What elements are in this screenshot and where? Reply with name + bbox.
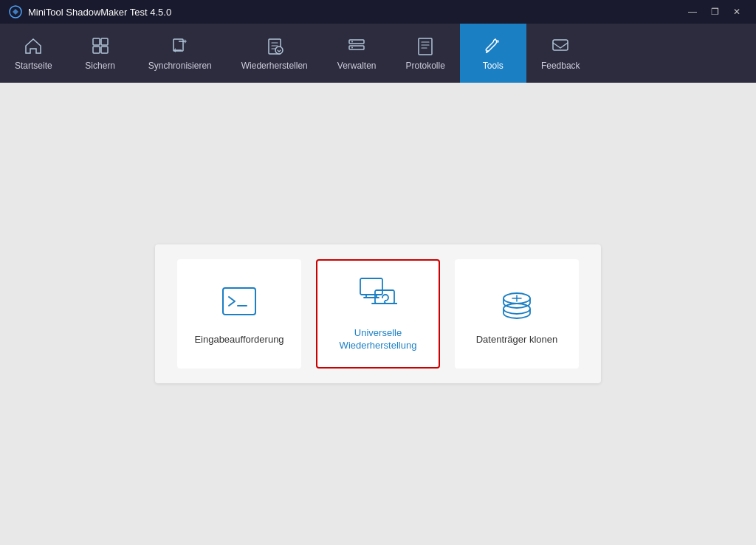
nav-item-protokolle[interactable]: Protokolle [391,24,460,83]
app-title: MiniTool ShadowMaker Test 4.5.0 [28,7,682,18]
nav-label-feedback: Feedback [541,61,580,71]
nav-item-sichern[interactable]: Sichern [67,24,134,83]
svg-rect-16 [360,278,382,295]
window-controls: — ❐ ✕ [682,4,747,19]
tool-card-universelle-wiederherstellung[interactable]: Universelle Wiederherstellung [316,259,440,369]
tool-card-label-eingabeaufforderung: Eingabeaufforderung [194,334,284,346]
svg-point-11 [351,47,353,49]
svg-point-7 [275,47,283,54]
home-icon [23,35,44,56]
svg-point-10 [351,41,353,43]
maximize-button[interactable]: ❐ [704,4,725,19]
nav-label-verwalten: Verwalten [337,61,377,71]
restore-icon [264,35,285,56]
app-logo [9,5,22,18]
tool-card-label-universelle-wiederherstellung: Universelle Wiederherstellung [317,327,439,352]
nav-label-tools: Tools [483,61,504,71]
svg-rect-2 [101,38,108,45]
feedback-icon [550,35,571,56]
log-icon [415,35,436,56]
close-button[interactable]: ✕ [726,4,747,19]
backup-icon [90,35,111,56]
tool-card-eingabeaufforderung[interactable]: Eingabeaufforderung [177,259,301,369]
nav-item-verwalten[interactable]: Verwalten [323,24,391,83]
nav-item-startseite[interactable]: Startseite [0,24,67,83]
svg-rect-1 [93,38,100,45]
svg-rect-4 [101,47,108,53]
title-bar: MiniTool ShadowMaker Test 4.5.0 — ❐ ✕ [0,0,756,24]
svg-rect-12 [419,38,432,55]
minimize-button[interactable]: — [682,4,703,19]
nav-label-startseite: Startseite [15,61,52,71]
sync-icon [170,35,190,56]
nav-label-wiederherstellen: Wiederherstellen [241,61,308,71]
nav-label-synchronisieren: Synchronisieren [148,61,212,71]
nav-item-wiederherstellen[interactable]: Wiederherstellen [227,24,323,83]
nav-item-tools[interactable]: Tools [460,24,526,83]
nav-bar: Startseite Sichern Synchronisieren Wiede… [0,24,756,83]
nav-item-feedback[interactable]: Feedback [526,24,595,83]
svg-rect-14 [553,40,568,50]
main-content: Eingabeaufforderung Universelle Wiederhe… [0,83,756,545]
nav-item-synchronisieren[interactable]: Synchronisieren [134,24,227,83]
terminal-icon [220,282,258,321]
tools-container: Eingabeaufforderung Universelle Wiederhe… [155,244,601,383]
tool-card-datentraeger-klonen[interactable]: Datenträger klonen [455,259,579,369]
tool-card-label-datentraeger-klonen: Datenträger klonen [476,334,558,346]
universal-restore-icon [359,275,397,314]
svg-rect-15 [223,288,255,315]
nav-label-protokolle: Protokolle [406,61,445,71]
tools-icon [483,35,504,56]
nav-label-sichern: Sichern [85,61,115,71]
manage-icon [346,35,367,56]
clone-disk-icon [498,282,536,321]
svg-rect-3 [93,47,100,53]
svg-point-18 [504,304,530,314]
svg-point-13 [496,40,499,43]
